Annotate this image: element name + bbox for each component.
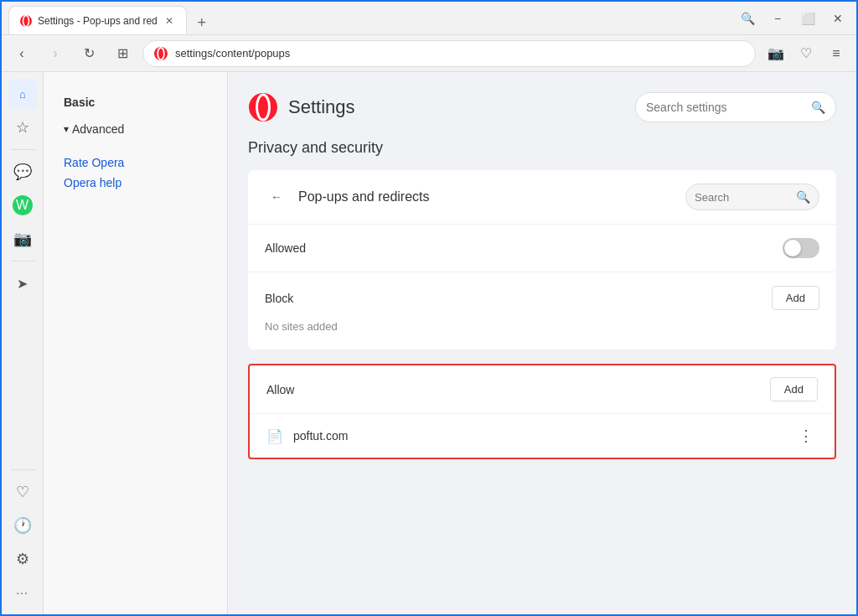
tab-title: Settings - Pop-ups and red — [38, 15, 158, 27]
send-icon: ➤ — [17, 276, 28, 292]
navigation-bar: ‹ › ↻ ⊞ settings/content/popups 📷 ♡ ≡ — [2, 35, 856, 72]
clock-icon: 🕐 — [13, 516, 32, 535]
tab-close-button[interactable]: ✕ — [163, 14, 176, 28]
address-bar[interactable]: settings/content/popups — [142, 40, 756, 67]
allow-add-button[interactable]: Add — [770, 377, 818, 401]
settings-links: Rate Opera Opera help — [44, 142, 227, 203]
no-sites-label: No sites added — [265, 317, 338, 336]
maximize-button[interactable]: ⬜ — [796, 7, 819, 30]
allow-card-header: Allow Add — [250, 365, 835, 414]
close-button[interactable]: ✕ — [826, 7, 850, 30]
titlebar-search-button[interactable]: 🔍 — [736, 7, 759, 30]
block-add-button[interactable]: Add — [772, 286, 819, 310]
svg-point-6 — [249, 93, 277, 122]
heart-nav-button[interactable]: ♡ — [793, 40, 819, 67]
sidebar-divider-2 — [10, 261, 35, 261]
popups-search-icon: 🔍 — [796, 190, 810, 204]
rate-opera-link[interactable]: Rate Opera — [64, 156, 207, 169]
settings-nav-advanced[interactable]: ▾ Advanced — [44, 116, 227, 142]
browser-tab[interactable]: Settings - Pop-ups and red ✕ — [8, 6, 187, 34]
whatsapp-icon: W — [13, 195, 33, 215]
back-button-popups[interactable]: ← — [265, 185, 288, 209]
page-title: Settings — [288, 96, 355, 118]
allowed-section: Allowed — [248, 225, 836, 272]
forward-button[interactable]: › — [42, 40, 69, 67]
settings-search-input[interactable] — [646, 101, 804, 114]
new-tab-button[interactable]: + — [190, 11, 214, 34]
minimize-button[interactable]: − — [766, 7, 789, 30]
settings-sidebar: Basic ▾ Advanced Rate Opera Opera help — [44, 72, 228, 614]
sidebar-icon-more[interactable]: ··· — [8, 577, 38, 608]
svg-point-2 — [154, 47, 168, 60]
main-content: ⌂ ☆ 💬 W 📷 ➤ ♡ — [2, 72, 856, 614]
gear-icon: ⚙ — [16, 550, 29, 568]
settings-nav-basic: Basic — [44, 89, 227, 116]
nav-actions: 📷 ♡ ≡ — [762, 40, 850, 67]
allow-card: Allow Add 📄 poftut.com ⋮ — [248, 364, 836, 459]
site-file-icon: 📄 — [266, 428, 283, 444]
site-more-button[interactable]: ⋮ — [794, 424, 818, 448]
allow-label: Allow — [266, 383, 294, 396]
block-header: Block Add — [265, 286, 819, 310]
settings-title-area: Settings — [248, 92, 355, 122]
heart-icon: ♡ — [16, 483, 29, 501]
sidebar-icon-send[interactable]: ➤ — [8, 268, 38, 298]
settings-main: Settings 🔍 Privacy and security ← Pop-up… — [228, 72, 856, 614]
sidebar-divider — [10, 149, 35, 150]
instagram-icon: 📷 — [13, 230, 32, 248]
svg-text:⌂: ⌂ — [19, 88, 26, 101]
block-label: Block — [265, 292, 293, 305]
menu-button[interactable]: ≡ — [823, 40, 850, 67]
settings-search-bar[interactable]: 🔍 — [635, 92, 836, 122]
camera-button[interactable]: 📷 — [762, 40, 789, 67]
sidebar-divider-3 — [10, 469, 35, 470]
popups-card: ← Pop-ups and redirects 🔍 Allowed Block — [248, 170, 836, 350]
sidebar-icon-heart[interactable]: ♡ — [8, 477, 38, 507]
reload-button[interactable]: ↻ — [75, 40, 102, 67]
opera-help-link[interactable]: Opera help — [64, 176, 207, 189]
settings-header-row: Settings 🔍 — [248, 92, 836, 122]
opera-logo — [153, 46, 168, 61]
messenger-icon: 💬 — [13, 163, 32, 181]
settings-opera-logo — [248, 92, 278, 122]
sidebar-icon-history[interactable]: 🕐 — [8, 510, 38, 541]
popups-card-header: ← Pop-ups and redirects 🔍 — [248, 170, 836, 225]
popups-search-bar[interactable]: 🔍 — [685, 184, 819, 210]
popups-search-input[interactable] — [695, 191, 791, 204]
chevron-down-icon: ▾ — [64, 123, 69, 135]
sidebar-icon-messenger[interactable]: 💬 — [8, 157, 38, 187]
allowed-label: Allowed — [265, 241, 306, 255]
popups-card-title: Pop-ups and redirects — [298, 189, 675, 204]
allowed-toggle[interactable] — [783, 238, 819, 258]
window-controls: 🔍 − ⬜ ✕ — [736, 7, 850, 30]
block-section: Block Add No sites added — [248, 272, 836, 350]
sidebar-icon-whatsapp[interactable]: W — [8, 190, 38, 220]
section-title: Privacy and security — [248, 139, 836, 157]
back-button[interactable]: ‹ — [8, 40, 35, 67]
search-icon: 🔍 — [811, 101, 825, 114]
more-dots-icon: ··· — [16, 586, 28, 599]
home-icon: ⌂ — [13, 85, 32, 103]
opera-sidebar: ⌂ ☆ 💬 W 📷 ➤ ♡ — [2, 72, 44, 614]
grid-button[interactable]: ⊞ — [109, 40, 136, 67]
sidebar-icon-settings[interactable]: ⚙ — [8, 544, 38, 574]
sidebar-icon-home[interactable]: ⌂ — [8, 79, 38, 109]
sidebar-icon-bookmarks[interactable]: ☆ — [8, 112, 38, 142]
tab-favicon — [19, 14, 33, 28]
site-row: 📄 poftut.com ⋮ — [250, 414, 835, 458]
sidebar-icon-instagram[interactable]: 📷 — [8, 224, 38, 254]
star-icon: ☆ — [16, 118, 29, 137]
site-name: poftut.com — [293, 429, 784, 443]
url-display: settings/content/popups — [175, 47, 745, 60]
svg-point-0 — [20, 15, 32, 27]
